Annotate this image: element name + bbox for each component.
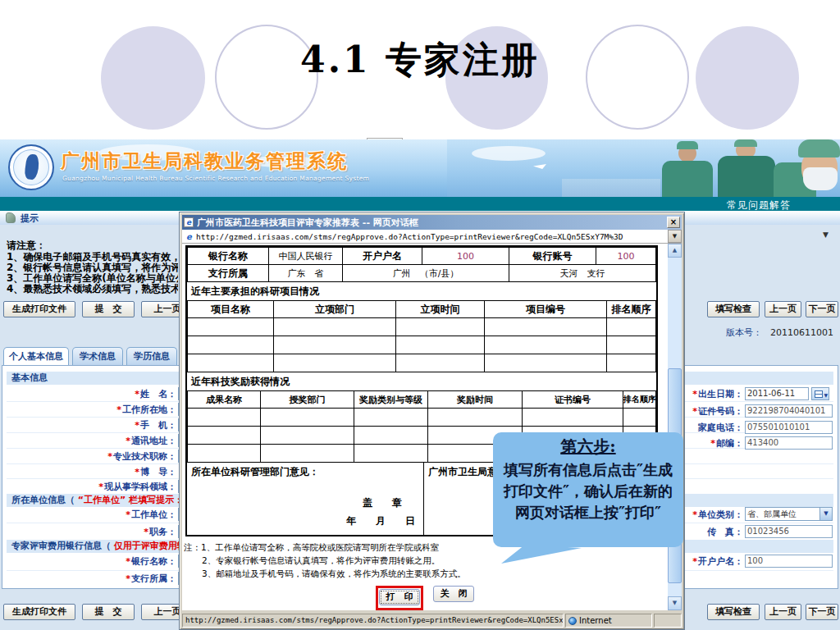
- prev-page-button[interactable]: 上一页: [765, 604, 801, 620]
- col-header: 项目编号: [485, 301, 607, 318]
- note-line: 2、专家银行帐号信息请认真填写，将作为评审费用转账之用。: [184, 554, 668, 567]
- dialog-address-bar: e http://gzmed.irisaas.com/stms/regAppro…: [182, 230, 682, 244]
- empty-cell: [274, 318, 396, 336]
- close-icon[interactable]: ×: [667, 217, 680, 228]
- version-label: 版本号：: [726, 327, 762, 338]
- empty-cell: [396, 318, 485, 336]
- nurse-cap: [798, 139, 840, 158]
- surgeon-cap: [734, 139, 757, 147]
- id-number-input[interactable]: 922198704040101: [745, 404, 833, 418]
- surgeon-body: [718, 156, 775, 197]
- next-page-button[interactable]: 下一页: [806, 301, 838, 317]
- account-number-value: 100: [596, 248, 656, 265]
- generate-print-button[interactable]: 生成打印文件: [3, 301, 75, 317]
- print-button[interactable]: 打 印: [379, 589, 420, 605]
- postcode-input[interactable]: 413400: [745, 436, 833, 450]
- empty-cell: [485, 318, 607, 336]
- unit-type-select[interactable]: 省、部属单位▼: [745, 507, 833, 521]
- callout-step-title: 第六步:: [493, 436, 683, 458]
- prev-page-button[interactable]: 上一页: [765, 301, 801, 317]
- col-header: 排名顺序: [607, 301, 656, 318]
- tab-academic-info[interactable]: 学术信息: [72, 347, 123, 365]
- system-logo-icon: [8, 144, 54, 190]
- account-number-header: 银行账号: [509, 248, 596, 265]
- close-button[interactable]: 关 闭: [433, 586, 474, 602]
- nurse-mask: [803, 167, 838, 190]
- bank-name-header: 银行名称: [188, 248, 269, 265]
- col-header: 奖励时间: [428, 391, 523, 409]
- address-label: *通讯地址：: [2, 434, 176, 448]
- home-phone-input[interactable]: 075501010101: [745, 421, 833, 434]
- submit-button[interactable]: 提 交: [82, 301, 135, 317]
- empty-cell: [261, 427, 354, 445]
- empty-cell: [354, 409, 428, 427]
- fax-input[interactable]: 01023456: [745, 525, 833, 538]
- name-label: *姓 名：: [2, 387, 176, 401]
- check-button[interactable]: 填写检查: [707, 604, 760, 620]
- col-header: 证书编号: [523, 391, 623, 409]
- callout-body: 填写所有信息后点击″生成打印文件″，确认后在新的网页对话框上按″打印″: [493, 459, 683, 523]
- projects-section-title: 近年主要承担的科研项目情况: [187, 282, 656, 300]
- next-page-button[interactable]: 下一页: [806, 604, 838, 620]
- system-banner: 广州市卫生局科教业务管理系统 Guangzhou Municipal Healt…: [0, 139, 840, 197]
- bank-info-table: 银行名称 中国人民银行 开户户名 100 银行账号 100 支行所属 广东 省 …: [187, 247, 656, 282]
- tab-personal-info[interactable]: 个人基本信息: [3, 347, 69, 365]
- awards-section-title: 近年科技奖励获得情况: [187, 372, 656, 390]
- empty-cell: [485, 354, 607, 372]
- buildings-shape: [562, 179, 660, 197]
- tab-education-info[interactable]: 学历信息: [126, 347, 177, 365]
- check-button[interactable]: 填写检查: [707, 301, 760, 317]
- dialog-status-bar: http://gzmed.irisaas.com/stms/regApprove…: [182, 612, 682, 628]
- branch-province: 广东 省: [269, 265, 343, 282]
- scroll-up-icon[interactable]: ▲: [668, 244, 682, 258]
- col-header: 立项部门: [274, 301, 396, 318]
- birth-date-input[interactable]: 2011-06-11: [745, 387, 809, 400]
- empty-cell: [188, 318, 274, 336]
- version-value: 20110611001: [770, 327, 833, 338]
- chevron-down-icon[interactable]: ▼: [668, 230, 682, 243]
- calendar-icon[interactable]: ▼: [811, 387, 829, 400]
- tip-icon: [6, 212, 16, 223]
- account-name-input[interactable]: 100: [745, 555, 833, 568]
- cloud-shape: [472, 146, 546, 161]
- chevron-down-icon[interactable]: ▼: [819, 508, 832, 520]
- slide-page: 4.1 专家注册 广州市卫生局科教业务管理系统 Guangzhou Munici…: [0, 0, 840, 630]
- empty-cell: [354, 445, 428, 463]
- unit-opinion-cell: 所在单位科研管理部门意见： 盖 章 年 月 日: [187, 463, 424, 535]
- bank-name-value: 中国人民银行: [269, 248, 343, 265]
- empty-cell: [354, 427, 428, 445]
- top-nav-bar: 常见问题解答: [0, 197, 840, 211]
- ie-logo-icon: e: [185, 232, 194, 241]
- globe-icon: [568, 617, 577, 625]
- title-label: *专业技术职称：: [2, 450, 176, 463]
- account-name-value: 100: [422, 248, 509, 265]
- account-name-header: 开户户名: [343, 248, 422, 265]
- scroll-down-icon[interactable]: ▼: [668, 596, 682, 610]
- empty-cell: [188, 354, 274, 372]
- note-line: 3、邮箱地址及手机号码，请确保有效，将作为系统的主要联系方式。: [184, 567, 668, 580]
- collapse-arrow-icon[interactable]: ▼: [823, 231, 829, 239]
- col-header: 立项时间: [396, 301, 485, 318]
- empty-cell: [607, 354, 656, 372]
- airplane-shape: [533, 164, 546, 169]
- zone-label: Internet: [579, 614, 612, 627]
- generate-print-button[interactable]: 生成打印文件: [3, 604, 75, 620]
- tip-panel-title: 提示: [21, 212, 39, 225]
- empty-cell: [274, 354, 396, 372]
- mobile-label: *手 机：: [2, 418, 176, 432]
- position-label: *职务：: [2, 525, 176, 539]
- dialog-buttons: 打 印 关 闭: [182, 586, 668, 610]
- branch-name: 天河 支行: [509, 265, 656, 282]
- empty-cell: [188, 445, 261, 463]
- surgeon-cap: [677, 141, 698, 149]
- submit-button[interactable]: 提 交: [82, 604, 135, 620]
- col-header: 排名顺序: [623, 391, 656, 409]
- empty-cell: [396, 336, 485, 354]
- dialog-title-bar[interactable]: e 广州市医药卫生科技项目评审专家推荐表 -- 网页对话框 ×: [182, 215, 682, 230]
- unit-opinion-label: 所在单位科研管理部门意见：: [191, 466, 319, 477]
- empty-cell: [261, 445, 354, 463]
- empty-cell: [396, 354, 485, 372]
- dialog-url[interactable]: http://gzmed.irisaas.com/stms/regApprove…: [196, 232, 668, 241]
- branch-city: 广州 （市/县）: [343, 265, 509, 282]
- dialog-scrollbar[interactable]: ▲ ▼: [668, 244, 682, 610]
